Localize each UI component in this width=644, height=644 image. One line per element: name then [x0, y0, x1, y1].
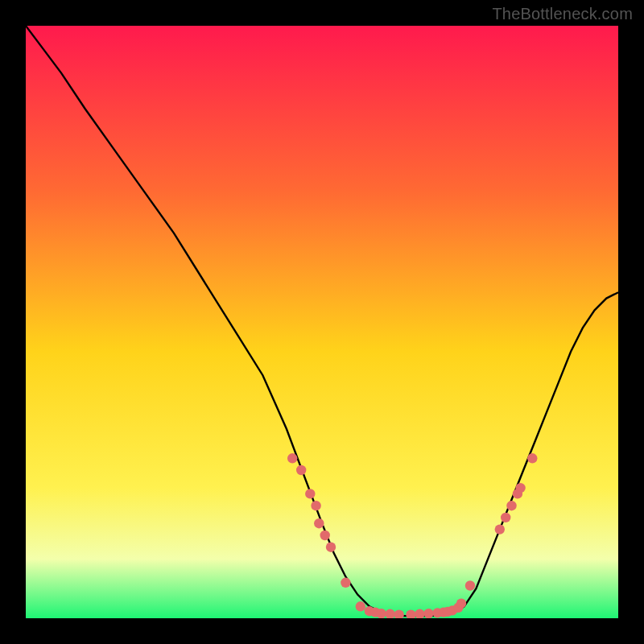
data-point	[314, 518, 324, 528]
data-point	[341, 578, 350, 588]
data-point	[311, 501, 320, 510]
data-point	[501, 513, 510, 522]
data-point	[296, 465, 306, 475]
data-point	[356, 601, 365, 611]
data-point	[287, 453, 297, 463]
chart-svg	[26, 26, 618, 618]
gradient-background	[26, 26, 618, 618]
data-point	[305, 489, 315, 498]
data-point	[506, 501, 516, 510]
watermark-text: TheBottleneck.com	[492, 5, 633, 23]
data-point	[456, 598, 466, 608]
data-point	[527, 453, 537, 463]
chart-plot-area	[26, 26, 618, 618]
data-point	[423, 609, 433, 618]
data-point	[515, 483, 525, 493]
data-point	[320, 530, 330, 540]
data-point	[495, 524, 505, 534]
data-point	[326, 543, 336, 552]
data-point	[465, 580, 475, 590]
data-point	[376, 609, 386, 618]
